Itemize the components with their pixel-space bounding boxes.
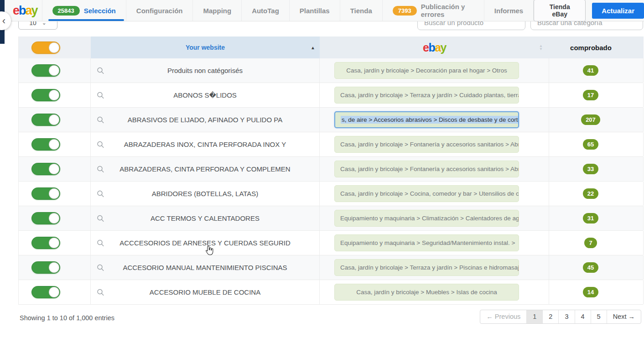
- page-5[interactable]: 5: [591, 310, 607, 323]
- ebay-category-cell: Casa, jardín y bricolaje > Muebles > Isl…: [320, 280, 549, 304]
- logo-letter: a: [435, 41, 440, 54]
- checked-count-badge: 41: [583, 65, 598, 76]
- header-comprobado[interactable]: comprobado: [549, 36, 644, 58]
- page-1[interactable]: 1: [526, 310, 542, 323]
- sort-down-icon: ▼: [539, 47, 543, 51]
- ebay-category-cell: Casa, jardín y bricolaje > Cocina, comed…: [320, 182, 549, 206]
- toggle-knob: [49, 287, 59, 297]
- ebay-category-field[interactable]: Casa, jardín y bricolaje > Cocina, comed…: [334, 185, 519, 202]
- logo-letter: y: [31, 4, 37, 17]
- tab-plantillas[interactable]: Plantillas: [289, 0, 340, 21]
- row-enabled-toggle[interactable]: [31, 64, 60, 77]
- website-category-label: ABRASIVOS DE LIJADO, AFINADO Y PULIDO PA: [128, 116, 282, 124]
- website-category-label: ACCESORIO MANUAL MANTENIMIENTO PISCINAS: [123, 264, 287, 271]
- tab-publicaci-n-y-errores[interactable]: 7393Publicación y errores: [382, 0, 484, 21]
- header-ebay[interactable]: ebay ▲ ▼: [320, 36, 549, 58]
- ebay-category-field[interactable]: Casa, jardín y bricolaje > Fontanería y …: [334, 136, 519, 153]
- tab-mapping[interactable]: Mapping: [192, 0, 241, 21]
- ebay-category-cell: Casa, jardín y bricolaje > Terraza y jar…: [320, 255, 549, 280]
- table-row: ACCESORIO MANUAL MANTENIMIENTO PISCINASC…: [19, 255, 643, 280]
- toggle-knob: [49, 65, 59, 76]
- page-4[interactable]: 4: [575, 310, 591, 323]
- ebay-category-field[interactable]: Equipamiento y maquinaria > Seguridad/Ma…: [334, 234, 519, 251]
- search-icon[interactable]: [97, 214, 104, 222]
- search-icon[interactable]: [97, 190, 104, 197]
- checked-count-cell: 31: [549, 206, 644, 230]
- tab-label: Configuración: [136, 7, 183, 15]
- header-your-website[interactable]: Your website ▲: [91, 36, 320, 58]
- ebay-category-field[interactable]: Casa, jardín y bricolaje > Decoración pa…: [334, 62, 519, 79]
- ebay-category-field[interactable]: s, de aire > Accesorios abrasivos > Disc…: [334, 111, 519, 128]
- search-icon[interactable]: [97, 91, 104, 99]
- website-category-cell: ACCCESORIOS DE ARNESES Y CUERDAS SEGURID: [91, 231, 320, 255]
- page-3[interactable]: 3: [558, 310, 574, 323]
- checked-count-cell: 207: [549, 108, 644, 132]
- search-icon[interactable]: [97, 264, 104, 271]
- ebay-category-text: Casa, jardín y bricolaje > Decoración pa…: [346, 67, 507, 74]
- ebay-category-cell: Casa, jardín y bricolaje > Fontanería y …: [320, 132, 549, 156]
- row-enabled-toggle[interactable]: [31, 163, 60, 175]
- row-enabled-toggle[interactable]: [31, 187, 60, 200]
- page-previous[interactable]: ← Previous: [480, 310, 526, 323]
- row-enabled-toggle[interactable]: [31, 212, 60, 224]
- page-2[interactable]: 2: [542, 310, 558, 323]
- ebay-category-field[interactable]: Casa, jardín y bricolaje > Terraza y jar…: [334, 259, 519, 276]
- header-toggle-all: [19, 36, 91, 58]
- website-category-label: ABONOS S�LIDOS: [173, 91, 237, 99]
- toggle-knob: [49, 188, 59, 199]
- page-next[interactable]: Next →: [607, 310, 641, 323]
- toggle-knob: [49, 213, 59, 223]
- row-enabled-toggle[interactable]: [31, 138, 60, 151]
- tab-label: Plantillas: [300, 7, 330, 15]
- checked-count-cell: 45: [549, 255, 644, 280]
- ebay-logo: ebay: [13, 5, 37, 17]
- ebay-category-text: Casa, jardín y bricolaje > Fontanería y …: [340, 141, 519, 148]
- tab-tienda[interactable]: Tienda: [340, 0, 382, 21]
- search-icon[interactable]: [97, 116, 104, 124]
- ebay-category-cell: s, de aire > Accesorios abrasivos > Disc…: [320, 108, 549, 132]
- row-toggle-cell: [19, 58, 91, 83]
- ebay-category-field[interactable]: Casa, jardín y bricolaje > Terraza y jar…: [334, 87, 519, 104]
- tab-configuraci-n[interactable]: Configuración: [126, 0, 193, 21]
- ebay-logo: ebay: [423, 42, 446, 53]
- search-icon[interactable]: [97, 165, 104, 173]
- tab-selecci-n[interactable]: 25843Selección: [42, 0, 126, 21]
- table-row: ACCCESORIOS DE ARNESES Y CUERDAS SEGURID…: [19, 231, 643, 255]
- search-icon[interactable]: [97, 239, 104, 247]
- ebay-category-field[interactable]: Casa, jardín y bricolaje > Fontanería y …: [334, 161, 519, 177]
- logo-letter: b: [19, 4, 26, 17]
- logo-letter: a: [26, 4, 31, 17]
- website-category-label: ABRAZADERAS, CINTA PERFORADA Y COMPLEMEN: [119, 165, 290, 173]
- table-header-row: Your website ▲ ebay ▲ ▼ comprobado: [19, 36, 643, 58]
- search-icon[interactable]: [97, 140, 104, 148]
- checked-count-badge: 22: [583, 188, 598, 199]
- toggle-all-switch[interactable]: [31, 42, 60, 54]
- row-enabled-toggle[interactable]: [31, 89, 60, 101]
- category-mapping-table: Your website ▲ ebay ▲ ▼ comprobado Produ…: [18, 36, 643, 305]
- logo-letter: y: [441, 41, 446, 54]
- tab-autotag[interactable]: AutoTag: [241, 0, 289, 21]
- tab-informes[interactable]: Informes: [484, 0, 534, 21]
- ebay-category-cell: Equipamiento y maquinaria > Seguridad/Ma…: [320, 231, 549, 255]
- website-category-cell: ACC TERMOS Y CALENTADORES: [91, 206, 320, 230]
- website-category-label: ACCESORIO MUEBLE DE COCINA: [150, 288, 260, 296]
- row-enabled-toggle[interactable]: [31, 286, 60, 298]
- website-category-cell: ABRAZADERAS, CINTA PERFORADA Y COMPLEMEN: [91, 157, 320, 181]
- website-category-label: Produits non catégorisés: [167, 67, 243, 74]
- row-enabled-toggle[interactable]: [31, 114, 60, 126]
- row-enabled-toggle[interactable]: [31, 237, 60, 249]
- logo-letter: b: [428, 41, 435, 54]
- search-icon[interactable]: [97, 288, 104, 296]
- ebay-category-text: Equipamiento y maquinaria > Seguridad/Ma…: [340, 239, 515, 246]
- search-icon[interactable]: [97, 67, 104, 74]
- update-button[interactable]: Actualizar: [592, 3, 644, 19]
- table-body: Produits non catégorisésCasa, jardín y b…: [19, 58, 643, 305]
- checked-count-cell: 17: [549, 83, 644, 107]
- ebay-category-text: Casa, jardín y bricolaje > Fontanería y …: [340, 166, 519, 172]
- store-ebay-button[interactable]: Tienda eBay: [534, 0, 586, 21]
- table-row: Produits non catégorisésCasa, jardín y b…: [19, 58, 643, 83]
- row-enabled-toggle[interactable]: [31, 261, 60, 274]
- checked-count-badge: 33: [583, 164, 598, 174]
- ebay-category-field[interactable]: Equipamiento y maquinaria > Climatizació…: [334, 210, 519, 227]
- ebay-category-field[interactable]: Casa, jardín y bricolaje > Muebles > Isl…: [334, 284, 519, 301]
